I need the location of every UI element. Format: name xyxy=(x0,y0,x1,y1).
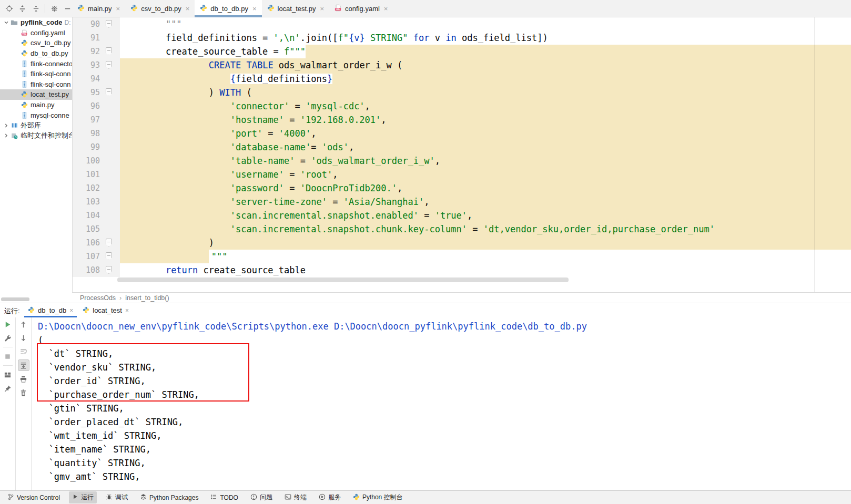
code-line-content[interactable]: 'hostname' = '192.168.0.201', xyxy=(120,113,851,127)
status-item-问题[interactable]: 问题 xyxy=(247,491,276,503)
close-icon[interactable]: × xyxy=(69,307,73,314)
close-icon[interactable]: × xyxy=(125,307,129,314)
tree-item-外部库[interactable]: 外部库 xyxy=(0,120,72,131)
code-line-content[interactable]: 'database-name'= 'ods', xyxy=(120,140,851,154)
trash-icon[interactable] xyxy=(16,386,31,399)
scroll-to-end-icon[interactable] xyxy=(18,359,29,371)
code-line-content[interactable]: 'password' = 'DoocnProTidb200.', xyxy=(120,181,851,195)
close-icon[interactable]: × xyxy=(186,5,190,12)
code-segment: 'database-name' xyxy=(230,142,311,152)
fold-marker-icon[interactable] xyxy=(106,266,112,274)
tree-item-csv_to_db.py[interactable]: csv_to_db.py xyxy=(0,38,72,48)
stop-icon[interactable] xyxy=(0,349,15,363)
code-segment: """ xyxy=(211,251,228,262)
tree-root-pyflink_code[interactable]: pyflink_codeD: xyxy=(0,17,72,28)
tree-item-临时文件和控制台[interactable]: 临时文件和控制台 xyxy=(0,131,72,141)
tree-item-flink-sql-conn[interactable]: flink-sql-conn xyxy=(0,69,72,79)
status-item-Python 控制台[interactable]: Python 控制台 xyxy=(350,491,406,503)
tree-item-config.yaml[interactable]: YMLconfig.yaml xyxy=(0,28,72,38)
status-item-label: 服务 xyxy=(328,493,341,502)
tree-item-flink-sql-conn[interactable]: flink-sql-conn xyxy=(0,79,72,90)
status-item-Python Packages[interactable]: Python Packages xyxy=(137,492,201,503)
fold-marker-icon[interactable] xyxy=(106,47,112,55)
status-item-终端[interactable]: 终端 xyxy=(281,491,310,503)
tree-item-locat_test.py[interactable]: locat_test.py xyxy=(0,89,72,100)
console-output[interactable]: D:\Doocn\doocn_new_env\pyflink_code\Scri… xyxy=(32,317,851,490)
chevron-down-icon[interactable] xyxy=(3,20,10,25)
tab-db_to_db.py[interactable]: db_to_db.py× xyxy=(195,0,261,17)
code-line-content[interactable]: 'table-name' = 'ods_walmart_order_i_w', xyxy=(120,154,851,168)
fold-marker-icon[interactable] xyxy=(106,252,112,260)
code-segment: { xyxy=(230,74,236,84)
tree-item-main.py[interactable]: main.py xyxy=(0,100,72,110)
tab-label: main.py xyxy=(88,5,112,13)
code-line-content[interactable]: field_definitions = ',\n'.join([f"{v} ST… xyxy=(120,31,851,45)
code-line-content[interactable]: {field_definitions} xyxy=(120,72,851,86)
fold-marker-icon[interactable] xyxy=(106,239,112,246)
code-line-content[interactable]: """ xyxy=(120,17,851,31)
code-line-content[interactable]: 'connector' = 'mysql-cdc', xyxy=(120,99,851,113)
fold-marker-icon[interactable] xyxy=(106,20,112,28)
printer-icon[interactable] xyxy=(16,372,31,386)
code-line-content[interactable]: 'server-time-zone' = 'Asia/Shanghai', xyxy=(120,195,851,209)
arrow-up-icon[interactable] xyxy=(16,317,31,331)
gutter-fold-column xyxy=(102,181,120,195)
code-line-content[interactable]: 'scan.incremental.snapshot.chunk.key-col… xyxy=(120,222,851,236)
code-line-content[interactable]: create_source_table = f""" xyxy=(120,45,851,58)
gear-icon[interactable] xyxy=(50,4,58,13)
close-icon[interactable]: × xyxy=(252,5,257,12)
restore-layout-icon[interactable] xyxy=(0,368,15,382)
tab-csv_to_db.py[interactable]: csv_to_db.py× xyxy=(125,0,195,17)
run-tab-locat_test[interactable]: locat_test× xyxy=(78,303,134,317)
chevron-right-icon[interactable] xyxy=(3,133,10,138)
code-line-content[interactable]: return create_source_table xyxy=(120,263,851,277)
tree-item-db_to_db.py[interactable]: db_to_db.py xyxy=(0,48,72,59)
chevron-right-icon[interactable] xyxy=(3,123,10,128)
status-item-TODO[interactable]: TODO xyxy=(207,492,241,503)
code-line-content[interactable]: """ xyxy=(120,250,851,263)
code-line-content[interactable]: CREATE TABLE ods_walmart_order_i_w ( xyxy=(120,58,851,72)
tab-config.yaml[interactable]: YMLconfig.yaml× xyxy=(329,0,393,17)
close-icon[interactable]: × xyxy=(116,5,120,12)
tree-item-flink-connecto[interactable]: flink-connecto xyxy=(0,58,72,69)
code-text: CREATE TABLE ods_walmart_order_i_w ( xyxy=(120,58,402,72)
gutter-fold-column xyxy=(102,140,120,154)
code-line-content[interactable]: 'scan.incremental.snapshot.enabled' = 't… xyxy=(120,209,851,222)
breadcrumb-item-method[interactable]: insert_to_tidb() xyxy=(125,294,169,302)
expand-all-icon[interactable] xyxy=(18,4,26,13)
tab-locat_test.py[interactable]: locat_test.py× xyxy=(262,0,330,17)
close-icon[interactable]: × xyxy=(320,5,325,12)
code-line-content[interactable]: ) WITH ( xyxy=(120,86,851,99)
line-number: 93 xyxy=(73,58,102,72)
tab-main.py[interactable]: main.py× xyxy=(72,0,125,17)
code-line-content[interactable]: 'port' = '4000', xyxy=(120,127,851,140)
run-tab-db_to_db[interactable]: db_to_db× xyxy=(23,303,78,317)
code-editor[interactable]: 90 """91 field_definitions = ',\n'.join(… xyxy=(72,17,851,292)
status-bar: Version Control运行调试Python PackagesTODO问题… xyxy=(0,490,851,504)
code-line-104: 104 'scan.incremental.snapshot.enabled' … xyxy=(73,209,851,222)
pin-icon[interactable] xyxy=(0,382,15,395)
status-item-运行[interactable]: 运行 xyxy=(69,491,97,503)
tree-item-mysql-conne[interactable]: mysql-conne xyxy=(0,110,72,120)
status-item-Version Control[interactable]: Version Control xyxy=(4,492,63,503)
breadcrumb-item-class[interactable]: ProcessOds xyxy=(80,294,116,302)
close-icon[interactable]: × xyxy=(384,5,388,12)
status-item-调试[interactable]: 调试 xyxy=(103,491,131,503)
hide-panel-icon[interactable] xyxy=(64,4,72,13)
line-number: 96 xyxy=(73,99,102,113)
rerun-play-icon[interactable] xyxy=(0,317,15,331)
status-item-服务[interactable]: 服务 xyxy=(316,491,344,503)
soft-wrap-icon[interactable] xyxy=(16,345,31,358)
code-line-content[interactable]: ) xyxy=(120,236,851,250)
code-line-content[interactable]: 'username' = 'root', xyxy=(120,168,851,181)
wrench-icon[interactable] xyxy=(0,331,15,345)
problems-icon xyxy=(250,493,257,502)
collapse-all-icon[interactable] xyxy=(32,4,40,13)
arrow-down-icon[interactable] xyxy=(16,331,31,345)
project-hscrollbar-thumb[interactable] xyxy=(1,297,29,301)
locate-icon[interactable] xyxy=(5,4,13,13)
editor-hscrollbar-thumb[interactable] xyxy=(117,277,569,282)
code-line-90: 90 """ xyxy=(73,17,851,31)
fold-marker-icon[interactable] xyxy=(106,61,112,69)
fold-marker-icon[interactable] xyxy=(106,88,112,96)
